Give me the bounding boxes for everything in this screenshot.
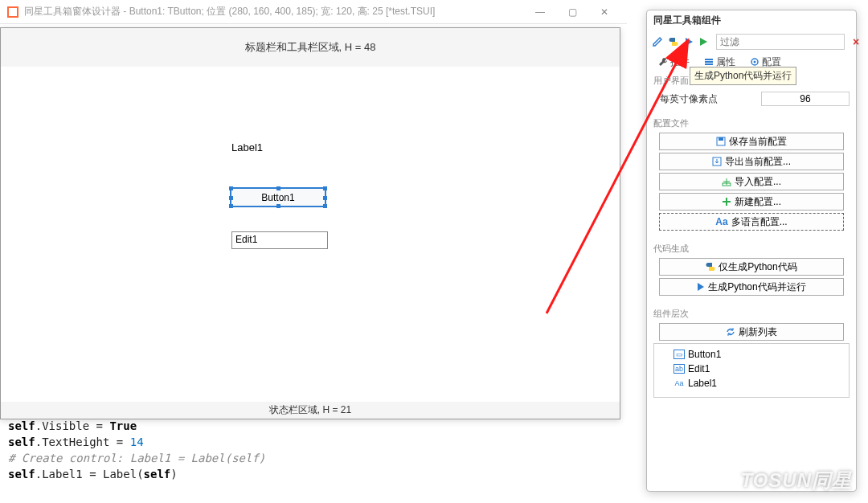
new-config-button[interactable]: 新建配置... [659, 193, 844, 211]
code-area: self.Visible = True self.TextHeight = 14… [8, 418, 619, 495]
button-label: 新建配置... [735, 195, 781, 209]
resize-handle[interactable] [323, 196, 327, 200]
tree-item[interactable]: ▭Button1 [657, 347, 845, 362]
dpi-value[interactable]: 96 [761, 92, 850, 106]
tree-label: Button1 [688, 349, 721, 360]
close-button[interactable]: ✕ [588, 1, 620, 23]
button-label: 导入配置... [735, 175, 781, 189]
edit-icon[interactable] [652, 35, 663, 49]
save-icon [716, 137, 726, 146]
svg-point-6 [754, 61, 756, 63]
wrench-icon [658, 57, 668, 67]
button-label: 仅生成Python代码 [719, 260, 796, 274]
config-section: 配置文件 保存当前配置 导出当前配置... 导入配置... 新建配置... Aa… [647, 114, 856, 239]
resize-handle[interactable] [276, 186, 280, 190]
panel-title: 同星工具箱组件 [647, 10, 856, 30]
label-type-icon: Aa [674, 378, 685, 388]
panel-toolbar: × [647, 30, 856, 52]
dpi-label: 每英寸像素点 [660, 92, 724, 106]
tree-label: Edit1 [688, 363, 710, 374]
svg-rect-1 [9, 8, 17, 16]
tree-item[interactable]: AaLabel1 [657, 376, 845, 391]
refresh-button[interactable]: 刷新列表 [659, 323, 844, 341]
component-tree[interactable]: ▭Button1 abEdit1 AaLabel1 [653, 343, 850, 398]
resize-handle[interactable] [229, 186, 233, 190]
import-config-button[interactable]: 导入配置... [659, 173, 844, 190]
aa-icon: Aa [715, 216, 727, 227]
button-label: 刷新列表 [739, 325, 777, 339]
edit-type-icon: ab [674, 364, 685, 374]
section-title: 组件层次 [653, 308, 850, 320]
resize-handle[interactable] [276, 204, 280, 208]
minimize-button[interactable]: — [524, 1, 556, 23]
label1-control[interactable]: Label1 [230, 141, 264, 154]
svg-rect-3 [705, 61, 713, 63]
wechat-icon [718, 472, 735, 489]
clear-filter-icon[interactable]: × [853, 35, 859, 48]
svg-rect-4 [705, 63, 713, 65]
maximize-button[interactable]: ▢ [556, 1, 588, 23]
toolbox-panel: 同星工具箱组件 × 控件 属性 配置 生成Python代码并运行 用户界面 每英… [646, 10, 857, 492]
gen-only-button[interactable]: 仅生成Python代码 [659, 258, 844, 276]
tab-label: 控件 [670, 55, 690, 69]
filter-input[interactable] [716, 34, 845, 50]
edit1-control[interactable]: Edit1 [231, 231, 328, 249]
panel-tabs: 控件 属性 配置 生成Python代码并运行 [647, 52, 856, 72]
codegen-section: 代码生成 仅生成Python代码 生成Python代码并运行 [647, 239, 856, 305]
tooltip: 生成Python代码并运行 [690, 67, 796, 85]
button-type-icon: ▭ [674, 350, 685, 359]
lang-config-button[interactable]: Aa多语言配置... [659, 213, 844, 231]
status-zone: 状态栏区域, H = 21 [1, 402, 620, 419]
import-icon [722, 177, 731, 186]
play-blue-icon[interactable] [684, 35, 694, 49]
gen-run-button[interactable]: 生成Python代码并运行 [659, 278, 844, 296]
button1-control[interactable]: Button1 [230, 187, 326, 207]
export-config-button[interactable]: 导出当前配置... [659, 153, 844, 170]
button-label: 多语言配置... [731, 215, 788, 229]
titlebar-zone: 标题栏和工具栏区域, H = 48 [1, 28, 620, 67]
dpi-row: 每英寸像素点 96 [653, 90, 850, 108]
python-icon [706, 262, 715, 272]
plus-icon [722, 197, 731, 207]
svg-rect-2 [705, 59, 713, 60]
designer-window: 同星工具箱窗体设计器 - Button1: TButton; 位置 (280, … [0, 0, 627, 503]
resize-handle[interactable] [323, 204, 327, 208]
resize-handle[interactable] [229, 196, 233, 200]
refresh-icon [726, 327, 735, 337]
gear-icon [750, 57, 760, 67]
save-config-button[interactable]: 保存当前配置 [659, 133, 844, 150]
section-title: 配置文件 [653, 117, 850, 129]
button1-text: Button1 [261, 192, 294, 203]
section-title: 代码生成 [653, 243, 850, 255]
python-icon[interactable] [668, 35, 679, 49]
window-titlebar[interactable]: 同星工具箱窗体设计器 - Button1: TButton; 位置 (280, … [0, 0, 627, 24]
button-label: 导出当前配置... [725, 155, 791, 169]
tree-section: 组件层次 刷新列表 ▭Button1 abEdit1 AaLabel1 [647, 305, 856, 404]
design-surface[interactable]: 标题栏和工具栏区域, H = 48 Label1 Button1 Edit1 状… [0, 27, 620, 419]
play-icon [697, 283, 705, 291]
tree-item[interactable]: abEdit1 [657, 362, 845, 376]
app-icon [6, 6, 19, 18]
export-icon [712, 157, 722, 166]
tree-label: Label1 [688, 378, 717, 389]
list-icon [704, 57, 714, 67]
form-body[interactable]: Label1 Button1 Edit1 [1, 67, 620, 402]
button-label: 保存当前配置 [729, 135, 787, 149]
resize-handle[interactable] [323, 186, 327, 190]
svg-rect-8 [719, 137, 723, 141]
window-controls: — ▢ ✕ [524, 1, 620, 23]
watermark: TOSUN同星 [718, 468, 852, 493]
window-title: 同星工具箱窗体设计器 - Button1: TButton; 位置 (280, … [24, 5, 524, 18]
resize-handle[interactable] [229, 204, 233, 208]
button-label: 生成Python代码并运行 [708, 280, 805, 294]
play-green-icon[interactable] [698, 35, 708, 49]
